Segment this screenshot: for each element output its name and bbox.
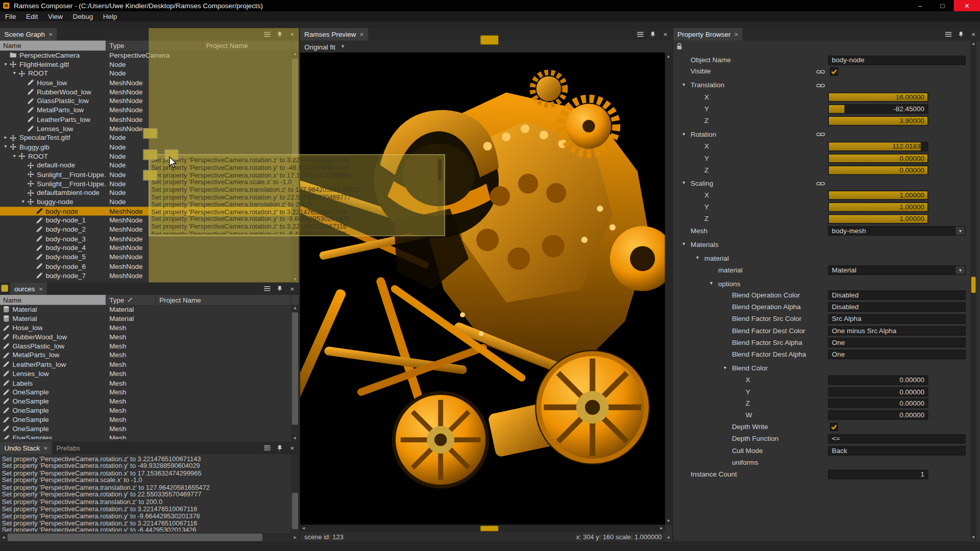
resource-row[interactable]: LabelsMesh: [0, 378, 291, 387]
undo-entry[interactable]: Set property 'PerspectiveCamera.rotation…: [2, 506, 290, 513]
undo-entry[interactable]: Set property 'PerspectiveCamera.scale.x'…: [2, 477, 290, 484]
tab-close-icon[interactable]: ×: [48, 31, 53, 38]
value-slider[interactable]: 3.90000: [828, 116, 928, 126]
value-field[interactable]: One minus Src Alpha: [828, 326, 965, 335]
scrollbar-thumb[interactable]: [292, 312, 298, 424]
tab-ramses-preview[interactable]: Ramses Preview ×: [300, 28, 368, 40]
tab-scene-graph[interactable]: Scene Graph ×: [0, 28, 57, 40]
resource-row[interactable]: MaterialMaterial: [0, 314, 291, 323]
preview-vscrollbar[interactable]: ▲ ▼: [665, 53, 672, 525]
resource-row[interactable]: OneSampleMesh: [0, 415, 291, 424]
expander-icon[interactable]: ▾: [19, 197, 27, 207]
panel-close-icon[interactable]: ×: [660, 30, 670, 39]
caret-down-icon[interactable]: ▾: [682, 241, 685, 246]
column-header-name[interactable]: Name: [0, 41, 106, 51]
scroll-right-icon[interactable]: ►: [658, 525, 665, 533]
scrollbar-track[interactable]: ▲ ▼: [291, 305, 299, 442]
tab-close-icon[interactable]: ×: [44, 444, 48, 452]
resource-row[interactable]: GlassPlastic_lowMesh: [0, 341, 291, 350]
value-slider[interactable]: 112.01836: [828, 142, 928, 151]
menu-debug[interactable]: Debug: [68, 11, 98, 21]
value-slider[interactable]: 0.00000: [828, 375, 928, 384]
checkbox[interactable]: [830, 68, 838, 76]
undo-entry[interactable]: Set property 'PerspectiveCamera.rotation…: [2, 463, 290, 470]
tab-prefabs[interactable]: Prefabs: [52, 442, 85, 454]
value-field[interactable]: One: [828, 338, 965, 347]
expander-icon[interactable]: ▾: [2, 142, 10, 152]
panel-menu-icon[interactable]: [262, 443, 272, 452]
resource-row[interactable]: LeatherParts_lowMesh: [0, 360, 291, 369]
pin-icon[interactable]: [275, 443, 284, 452]
hscrollbar-track[interactable]: ◄ ►: [0, 533, 299, 541]
menu-help[interactable]: Help: [98, 11, 122, 21]
value-field[interactable]: <=: [828, 434, 965, 443]
resource-row[interactable]: OneSampleMesh: [0, 424, 291, 433]
scroll-down-icon[interactable]: ▼: [971, 534, 976, 540]
caret-down-icon[interactable]: ▾: [682, 180, 685, 186]
scroll-up-icon[interactable]: ▲: [971, 41, 976, 47]
lock-icon[interactable]: [676, 42, 682, 51]
caret-down-icon[interactable]: ▾: [724, 365, 726, 370]
resource-row[interactable]: OneSampleMesh: [0, 396, 291, 406]
caret-down-icon[interactable]: ▾: [682, 131, 685, 137]
menu-file[interactable]: File: [0, 11, 21, 21]
panel-close-icon[interactable]: ×: [969, 30, 978, 39]
scroll-down-icon[interactable]: ▼: [665, 518, 672, 524]
caret-down-icon[interactable]: ▾: [710, 280, 713, 286]
value-field[interactable]: Src Alpha: [828, 314, 965, 323]
scroll-up-icon[interactable]: ▲: [291, 305, 299, 311]
value-slider[interactable]: 16.00000: [828, 92, 928, 102]
expander-icon[interactable]: ▾: [11, 69, 18, 78]
resource-row[interactable]: OneSampleMesh: [0, 387, 291, 396]
pin-icon[interactable]: [648, 30, 657, 39]
maximize-button[interactable]: □: [931, 0, 953, 11]
link-icon[interactable]: [816, 69, 825, 75]
expander-icon[interactable]: ▸: [2, 133, 10, 142]
caret-down-icon[interactable]: ▾: [682, 82, 685, 88]
value-slider[interactable]: -82.45000: [828, 105, 928, 114]
menu-edit[interactable]: Edit: [21, 11, 43, 21]
panel-close-icon[interactable]: ×: [287, 443, 297, 452]
scrollbar-track[interactable]: ▲ ▼: [971, 41, 976, 541]
scrollbar-thumb[interactable]: [292, 493, 298, 529]
value-slider[interactable]: 1: [828, 470, 928, 479]
link-icon[interactable]: [816, 132, 825, 138]
scroll-right-icon[interactable]: ►: [292, 533, 299, 541]
dropdown[interactable]: body-mesh▼: [828, 226, 965, 235]
expander-icon[interactable]: ▾: [2, 60, 10, 69]
caret-down-icon[interactable]: ▾: [696, 255, 699, 260]
tab-close-icon[interactable]: ×: [360, 31, 364, 38]
pin-icon[interactable]: [956, 30, 965, 39]
minimize-button[interactable]: –: [909, 0, 931, 11]
value-slider[interactable]: 1.00000: [828, 214, 928, 223]
panel-menu-icon[interactable]: [262, 284, 272, 293]
value-field[interactable]: Disabled: [828, 303, 965, 312]
resource-row[interactable]: OneSampleMesh: [0, 406, 291, 415]
menu-view[interactable]: View: [43, 11, 68, 21]
resource-row[interactable]: Hose_lowMesh: [0, 323, 291, 333]
column-header-type[interactable]: Type: [106, 295, 156, 305]
resource-row[interactable]: MetalParts_lowMesh: [0, 350, 291, 360]
fit-mode-dropdown[interactable]: Original fit ▼: [304, 43, 345, 51]
scroll-left-icon[interactable]: ◄: [300, 525, 307, 533]
hscrollbar-thumb[interactable]: [480, 525, 499, 532]
undo-entry[interactable]: Set property 'PerspectiveCamera.rotation…: [2, 527, 290, 532]
tab-resources[interactable]: ources ×: [10, 282, 47, 294]
resource-row[interactable]: FiveSamplesMesh: [0, 433, 291, 439]
resource-row[interactable]: Lenses_lowMesh: [0, 369, 291, 378]
value-slider[interactable]: 0.00000: [828, 154, 928, 163]
scroll-down-icon[interactable]: ▼: [291, 435, 299, 441]
value-field[interactable]: Disabled: [828, 291, 965, 300]
scrollbar-thumb[interactable]: [971, 277, 976, 293]
panel-menu-icon[interactable]: [944, 30, 953, 39]
resource-row[interactable]: RubberWood_lowMesh: [0, 333, 291, 342]
value-slider[interactable]: 1.00000: [828, 191, 928, 200]
scroll-left-icon[interactable]: ◄: [0, 533, 7, 541]
value-field[interactable]: Back: [828, 446, 965, 455]
panel-menu-icon[interactable]: [635, 30, 645, 39]
preview-viewport[interactable]: [300, 53, 665, 525]
undo-entry[interactable]: Set property 'PerspectiveCamera.rotation…: [2, 491, 290, 498]
text-input[interactable]: body-node: [828, 55, 965, 64]
expander-icon[interactable]: ▾: [11, 152, 18, 161]
column-header-project[interactable]: Project Name: [156, 295, 291, 305]
